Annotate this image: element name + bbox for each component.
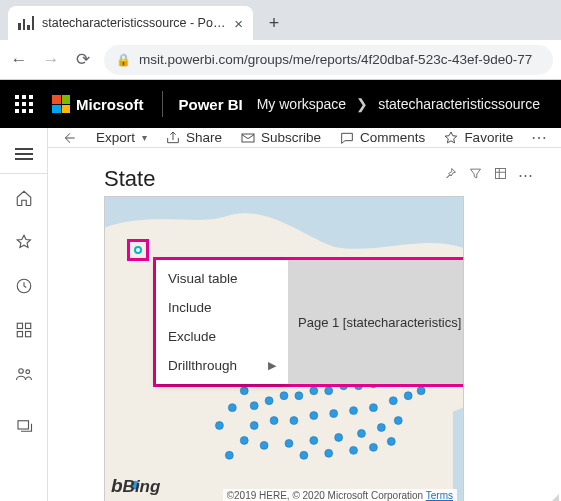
- url-text: msit.powerbi.com/groups/me/reports/4f20d…: [139, 52, 532, 67]
- svg-rect-8: [242, 134, 254, 142]
- svg-point-29: [290, 417, 298, 425]
- browser-tab[interactable]: statecharacteristicssource - Powe ×: [8, 6, 253, 40]
- home-icon: [15, 189, 33, 207]
- selected-data-point[interactable]: [134, 246, 142, 254]
- microsoft-logo-icon: [52, 95, 70, 113]
- context-item-visual-table[interactable]: Visual table: [156, 264, 288, 293]
- back-icon[interactable]: ←: [8, 50, 30, 70]
- browser-tab-strip: statecharacteristicssource - Powe × +: [0, 0, 561, 40]
- context-item-exclude[interactable]: Exclude: [156, 322, 288, 351]
- map-copyright: ©2019 HERE, © 2020 Microsoft Corporation…: [223, 489, 457, 501]
- share-label: Share: [186, 130, 222, 145]
- more-commands-button[interactable]: ⋯: [525, 128, 553, 147]
- forward-icon[interactable]: →: [40, 50, 62, 70]
- close-tab-icon[interactable]: ×: [234, 15, 243, 32]
- browser-toolbar: ← → ⟳ 🔒 msit.powerbi.com/groups/me/repor…: [0, 40, 561, 80]
- comments-label: Comments: [360, 130, 425, 145]
- context-item-include[interactable]: Include: [156, 293, 288, 322]
- submenu-label: Page 1 [statecharacteristics]: [298, 315, 461, 330]
- context-item-label: Drillthrough: [168, 358, 237, 373]
- breadcrumb-workspace[interactable]: My workspace: [257, 96, 346, 112]
- svg-point-36: [417, 387, 425, 395]
- favorite-button[interactable]: Favorite: [437, 128, 519, 147]
- svg-point-43: [394, 417, 402, 425]
- svg-point-47: [240, 436, 248, 444]
- drillthrough-submenu-item[interactable]: Page 1 [statecharacteristics]: [288, 260, 464, 384]
- subscribe-label: Subscribe: [261, 130, 321, 145]
- star-outline-icon: [443, 130, 459, 146]
- context-item-label: Exclude: [168, 329, 216, 344]
- nav-toggle-button[interactable]: [0, 134, 48, 174]
- map-visual[interactable]: RTH AMERICA Visual table Include Exclude…: [104, 196, 464, 501]
- address-bar[interactable]: 🔒 msit.powerbi.com/groups/me/reports/4f2…: [104, 45, 553, 75]
- svg-point-38: [285, 439, 293, 447]
- svg-point-40: [335, 433, 343, 441]
- breadcrumb-report[interactable]: statecharacteristicssource: [378, 96, 540, 112]
- bing-text: Bing: [123, 477, 161, 496]
- more-options-button[interactable]: ⋯: [518, 166, 533, 185]
- workspaces-button[interactable]: [4, 406, 44, 446]
- svg-point-18: [325, 387, 333, 395]
- svg-point-15: [280, 392, 288, 400]
- new-tab-button[interactable]: +: [259, 8, 289, 38]
- microsoft-logo: Microsoft: [48, 95, 160, 113]
- context-item-label: Visual table: [168, 271, 238, 286]
- chevron-down-icon: ▾: [142, 132, 147, 143]
- comments-button[interactable]: Comments: [333, 128, 431, 147]
- svg-point-49: [325, 449, 333, 457]
- svg-point-48: [300, 451, 308, 459]
- context-item-label: Include: [168, 300, 212, 315]
- svg-rect-1: [17, 323, 22, 328]
- file-menu-button[interactable]: [56, 128, 84, 147]
- report-canvas: State ⋯: [48, 148, 561, 501]
- svg-point-50: [350, 446, 358, 454]
- copyright-text: ©2019 HERE, © 2020 Microsoft Corporation: [227, 490, 426, 501]
- export-button[interactable]: Export ▾: [90, 128, 153, 147]
- svg-point-46: [215, 422, 223, 430]
- filter-icon: [468, 166, 483, 181]
- svg-point-41: [358, 429, 366, 437]
- svg-point-13: [250, 402, 258, 410]
- pin-button[interactable]: [443, 166, 458, 185]
- product-name[interactable]: Power BI: [165, 96, 257, 113]
- app-launcher-button[interactable]: [0, 80, 48, 128]
- visual-header-tools: ⋯: [443, 166, 533, 185]
- focus-button[interactable]: [493, 166, 508, 185]
- svg-point-45: [228, 404, 236, 412]
- svg-point-33: [369, 404, 377, 412]
- home-button[interactable]: [4, 178, 44, 218]
- breadcrumb: My workspace ❯ statecharacteristicssourc…: [257, 96, 540, 112]
- svg-rect-7: [18, 421, 29, 429]
- svg-point-37: [260, 441, 268, 449]
- context-item-drillthrough[interactable]: Drillthrough▶: [156, 351, 288, 380]
- tab-title: statecharacteristicssource - Powe: [42, 16, 226, 30]
- mail-icon: [240, 130, 256, 146]
- bing-logo: bBing: [111, 475, 160, 497]
- svg-point-44: [240, 387, 248, 395]
- recent-button[interactable]: [4, 266, 44, 306]
- share-button[interactable]: Share: [159, 128, 228, 147]
- chevron-right-icon: ❯: [356, 96, 368, 112]
- svg-point-42: [377, 424, 385, 432]
- shared-button[interactable]: [4, 354, 44, 394]
- clock-icon: [15, 277, 33, 295]
- svg-point-28: [270, 417, 278, 425]
- svg-point-14: [265, 397, 273, 405]
- people-icon: [15, 365, 33, 383]
- apps-button[interactable]: [4, 310, 44, 350]
- svg-point-39: [310, 436, 318, 444]
- svg-point-30: [310, 412, 318, 420]
- subscribe-button[interactable]: Subscribe: [234, 128, 327, 147]
- svg-point-32: [350, 407, 358, 415]
- image-corner-fold: [533, 490, 559, 501]
- svg-point-52: [387, 437, 395, 445]
- svg-point-27: [250, 422, 258, 430]
- svg-point-11: [225, 451, 233, 459]
- svg-rect-2: [25, 323, 30, 328]
- svg-point-16: [295, 392, 303, 400]
- reload-icon[interactable]: ⟳: [72, 49, 94, 70]
- terms-link[interactable]: Terms: [426, 490, 453, 501]
- hamburger-icon: [15, 148, 33, 160]
- filter-button[interactable]: [468, 166, 483, 185]
- favorites-button[interactable]: [4, 222, 44, 262]
